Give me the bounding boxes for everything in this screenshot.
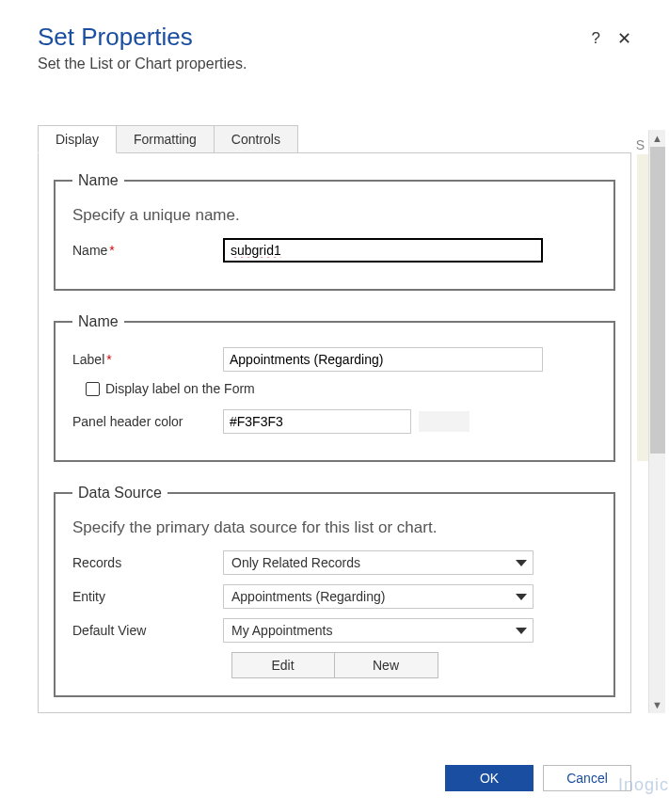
display-label-checkbox-label: Display label on the Form xyxy=(105,381,255,396)
entity-label: Entity xyxy=(72,589,223,604)
fieldset-name-label: Name Label* Display label on the Form Pa… xyxy=(54,313,615,462)
close-icon[interactable]: ✕ xyxy=(617,28,631,49)
records-select[interactable]: Only Related Records xyxy=(223,550,534,575)
edit-button[interactable]: Edit xyxy=(231,652,335,678)
fieldset-name-unique: Name Specify a unique name. Name* xyxy=(54,172,615,291)
scroll-thumb[interactable] xyxy=(650,147,665,454)
legend-name2: Name xyxy=(72,313,124,330)
panel-color-label: Panel header color xyxy=(72,414,223,429)
tab-panel-display: Name Specify a unique name. Name* Name L… xyxy=(38,153,631,713)
scroll-down-icon[interactable]: ▼ xyxy=(649,696,665,713)
background-shade xyxy=(637,154,648,461)
records-label: Records xyxy=(72,555,223,570)
entity-value: Appointments (Regarding) xyxy=(231,589,385,604)
dialog-subtitle: Set the List or Chart properties. xyxy=(38,56,631,72)
display-label-checkbox[interactable] xyxy=(86,382,100,396)
default-view-value: My Appointments xyxy=(231,623,332,638)
ds-desc: Specify the primary data source for this… xyxy=(72,518,597,537)
legend-data-source: Data Source xyxy=(72,485,167,502)
tab-controls[interactable]: Controls xyxy=(214,125,298,152)
chevron-down-icon xyxy=(516,594,527,600)
legend-name: Name xyxy=(72,172,124,189)
scrollbar[interactable]: ▲ ▼ xyxy=(648,130,665,713)
help-icon[interactable]: ? xyxy=(592,29,600,48)
default-view-label: Default View xyxy=(72,623,223,638)
scroll-up-icon[interactable]: ▲ xyxy=(649,130,665,147)
entity-select[interactable]: Appointments (Regarding) xyxy=(223,584,534,609)
records-value: Only Related Records xyxy=(231,555,360,570)
panel-color-swatch[interactable] xyxy=(419,411,470,432)
chevron-down-icon xyxy=(516,628,527,634)
fieldset-data-source: Data Source Specify the primary data sou… xyxy=(54,485,615,697)
name-desc: Specify a unique name. xyxy=(72,206,597,225)
tab-formatting[interactable]: Formatting xyxy=(116,125,215,152)
name-field-label: Name* xyxy=(72,243,223,258)
watermark: Inogic xyxy=(618,775,669,795)
dialog-title: Set Properties xyxy=(38,23,631,52)
label-input[interactable] xyxy=(223,347,543,372)
panel-color-input[interactable] xyxy=(223,409,411,434)
chevron-down-icon xyxy=(516,560,527,566)
name-input[interactable] xyxy=(223,238,543,263)
new-button[interactable]: New xyxy=(335,652,438,678)
tabs: Display Formatting Controls xyxy=(38,125,631,153)
tab-display[interactable]: Display xyxy=(38,125,117,153)
ok-button[interactable]: OK xyxy=(445,765,534,791)
label-field-label: Label* xyxy=(72,352,223,367)
cropped-text: S xyxy=(636,137,645,152)
default-view-select[interactable]: My Appointments xyxy=(223,618,534,643)
